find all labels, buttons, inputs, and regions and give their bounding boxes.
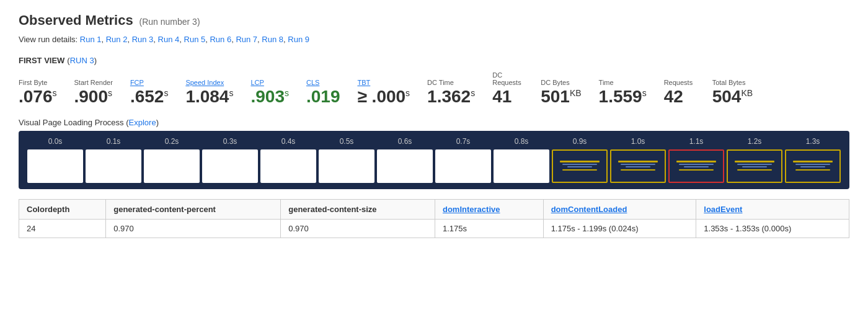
run-link-2[interactable]: Run 2 [106,35,128,44]
table-header-cell: Colordepth [19,199,106,219]
first-view-section: FIRST VIEW (RUN 3) [19,55,849,65]
metric-item-dc-time: DC Time1.362s [427,79,475,107]
metric-value: 501KB [541,87,581,107]
metric-label: First Byte [19,79,57,86]
metric-value: .903s [250,87,289,107]
metric-value: ≥ .000s [357,87,410,107]
metric-item-dc-bytes: DC Bytes501KB [541,79,581,107]
metric-value: .900s [74,87,113,107]
run-link-4[interactable]: Run 4 [158,35,180,44]
metric-item-lcp: LCP.903s [250,79,289,107]
first-view-close-paren: ) [94,56,97,65]
metric-value: 1.362s [427,87,475,107]
metric-item-total-bytes: Total Bytes504KB [712,79,753,107]
filmstrip-frame-12 [727,149,782,183]
metric-item-fcp: FCP.652s [130,79,169,107]
table-header-cell: generated-content-size [281,199,435,219]
filmstrip-time-label: 0.8s [492,137,551,146]
visual-section: Visual Page Loading Process (Explore) 0.… [19,118,849,189]
filmstrip-frame-0 [27,149,83,183]
filmstrip-time-label: 0.1s [84,137,143,146]
filmstrip-frame-3 [202,149,258,183]
metric-label: Total Bytes [712,79,753,86]
filmstrip-frame-9 [552,149,608,183]
table-cell: 24 [19,219,106,238]
metric-value: .019 [306,87,340,107]
metric-label[interactable]: LCP [250,79,289,86]
metric-item-speed-index: Speed Index1.084s [185,79,233,107]
run-link-5[interactable]: Run 5 [184,35,206,44]
run-link-7[interactable]: Run 7 [236,35,257,44]
metric-value: .652s [130,87,169,107]
filmstrip-frame-2 [144,149,200,183]
metric-item-tbt: TBT≥ .000s [357,79,410,107]
filmstrip-time-label: 1.0s [609,137,667,146]
filmstrip: 0.0s0.1s0.2s0.3s0.4s0.5s0.6s0.7s0.8s0.9s… [19,131,849,189]
metric-label[interactable]: FCP [130,79,169,86]
filmstrip-times: 0.0s0.1s0.2s0.3s0.4s0.5s0.6s0.7s0.8s0.9s… [26,137,842,146]
table-header-cell[interactable]: loadEvent [696,199,849,219]
table-header-cell[interactable]: domInteractive [435,199,543,219]
filmstrip-frames [26,149,842,183]
metric-value: 41 [492,87,523,107]
metric-label: DC Time [427,79,475,86]
metric-value: 1.084s [185,87,233,107]
page-subtitle: (Run number 3) [140,17,200,27]
table-cell: 0.970 [106,219,281,238]
metric-item-time: Time1.559s [599,79,647,107]
run-link-6[interactable]: Run 6 [210,35,231,44]
table-cell: 0.970 [281,219,435,238]
visual-title: Visual Page Loading Process (Explore) [19,118,849,127]
metric-item-cls: CLS.019 [306,79,340,107]
metric-label: Requests [664,79,695,86]
filmstrip-time-label: 1.2s [725,137,784,146]
metric-value: .076s [19,87,57,107]
first-view-run-link[interactable]: RUN 3 [70,56,94,65]
metric-item-start-render: Start Render.900s [74,79,113,107]
metric-label: Start Render [74,79,113,86]
run-links-label: View run details: [19,35,78,44]
run-link-9[interactable]: Run 9 [288,35,309,44]
filmstrip-frame-7 [435,149,491,183]
filmstrip-time-label: 0.0s [26,137,84,146]
table-cell: 1.175s - 1.199s (0.024s) [543,219,696,238]
filmstrip-time-label: 0.5s [317,137,376,146]
first-view-label: FIRST VIEW [19,56,64,65]
metrics-row: First Byte.076sStart Render.900sFCP.652s… [19,71,849,107]
table-header-cell: generated-content-percent [106,199,281,219]
filmstrip-frame-8 [494,149,549,183]
filmstrip-time-label: 0.4s [259,137,317,146]
metric-label[interactable]: CLS [306,79,340,86]
page-title: Observed Metrics [19,12,133,28]
filmstrip-time-label: 1.3s [784,137,842,146]
run-link-8[interactable]: Run 8 [262,35,283,44]
filmstrip-time-label: 0.7s [434,137,492,146]
table-header-cell[interactable]: domContentLoaded [543,199,696,219]
table-cell: 1.175s [435,219,543,238]
run-link-1[interactable]: Run 1 [80,35,102,44]
filmstrip-frame-1 [86,149,141,183]
filmstrip-time-label: 0.3s [201,137,259,146]
filmstrip-frame-11 [668,149,724,183]
filmstrip-frame-4 [260,149,316,183]
table-header: Colordepthgenerated-content-percentgener… [19,199,849,219]
run-links-list: Run 1, Run 2, Run 3, Run 4, Run 5, Run 6… [80,35,309,44]
run-links-section: View run details: Run 1, Run 2, Run 3, R… [19,35,849,44]
table-cell: 1.353s - 1.353s (0.000s) [696,219,849,238]
metric-label: Time [599,79,647,86]
filmstrip-time-label: 0.2s [143,137,201,146]
metric-label: DC Bytes [541,79,581,86]
metric-label[interactable]: Speed Index [185,79,233,86]
filmstrip-time-label: 0.6s [376,137,434,146]
filmstrip-frame-13 [785,149,841,183]
filmstrip-time-label: 1.1s [667,137,725,146]
explore-link[interactable]: Explore [129,118,156,127]
metric-item-requests: Requests42 [664,79,695,107]
metric-label[interactable]: TBT [357,79,410,86]
metric-label: DCRequests [492,71,523,86]
filmstrip-time-label: 0.9s [551,137,609,146]
metric-item-first-byte: First Byte.076s [19,79,57,107]
metric-value: 504KB [712,87,753,107]
filmstrip-frame-5 [319,149,374,183]
run-link-3[interactable]: Run 3 [132,35,154,44]
